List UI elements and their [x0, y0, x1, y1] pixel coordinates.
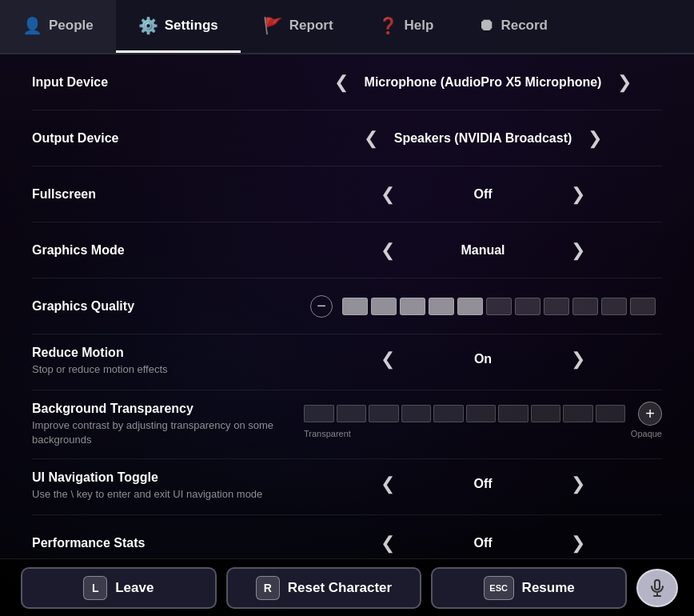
setting-control-reduce-motion: ❮On❯	[304, 346, 662, 373]
setting-label-graphics-mode: Graphics Mode	[32, 243, 304, 258]
setting-control-graphics-quality: −	[304, 295, 662, 318]
arrow-right-ui-navigation-toggle[interactable]: ❯	[564, 470, 592, 498]
plus-btn-background-transparency[interactable]: +	[638, 402, 662, 426]
seg-5[interactable]	[486, 298, 512, 315]
seg-7[interactable]	[544, 298, 569, 315]
setting-label-fullscreen: Fullscreen	[32, 187, 304, 202]
trans-seg-6[interactable]	[498, 405, 528, 422]
arrow-left-input-device[interactable]: ❮	[328, 69, 355, 96]
seg-10[interactable]	[630, 298, 656, 315]
setting-label-group-input-device: Input Device	[32, 75, 304, 90]
arrow-right-input-device[interactable]: ❯	[611, 69, 638, 96]
trans-seg-8[interactable]	[563, 405, 593, 422]
setting-control-ui-navigation-toggle: ❮Off❯	[304, 470, 662, 498]
arrow-right-performance-stats[interactable]: ❯	[564, 530, 592, 557]
setting-desc-background-transparency: Improve contrast by adjusting transparen…	[32, 418, 304, 447]
trans-seg-0[interactable]	[304, 405, 334, 422]
setting-label-group-graphics-mode: Graphics Mode	[32, 243, 304, 258]
transparency-top: +	[304, 402, 662, 426]
seg-0[interactable]	[342, 298, 368, 315]
nav-item-settings[interactable]: ⚙️ Settings	[116, 0, 241, 53]
setting-value-performance-stats: Off	[411, 536, 555, 550]
setting-label-group-performance-stats: Performance Stats	[32, 536, 304, 550]
setting-desc-ui-navigation-toggle: Use the \ key to enter and exit UI navig…	[32, 487, 304, 502]
leave-label: Leave	[115, 580, 154, 596]
resume-button[interactable]: ESC Resume	[431, 567, 627, 609]
arrow-left-ui-navigation-toggle[interactable]: ❮	[374, 470, 401, 498]
setting-value-reduce-motion: On	[411, 352, 555, 366]
setting-label-group-fullscreen: Fullscreen	[32, 187, 304, 202]
setting-value-input-device: Microphone (AudioPro X5 Microphone)	[365, 75, 602, 90]
arrow-left-graphics-mode[interactable]: ❮	[374, 237, 401, 264]
setting-row-background-transparency: Background TransparencyImprove contrast …	[32, 390, 662, 459]
setting-label-group-reduce-motion: Reduce MotionStop or reduce motion effec…	[32, 346, 304, 377]
transparency-bar	[304, 405, 625, 422]
setting-label-reduce-motion: Reduce Motion	[32, 346, 304, 360]
seg-1[interactable]	[371, 298, 397, 315]
seg-9[interactable]	[601, 298, 627, 315]
setting-row-graphics-mode: Graphics Mode❮Manual❯	[32, 222, 662, 278]
setting-value-fullscreen: Off	[411, 187, 555, 202]
setting-label-output-device: Output Device	[32, 131, 304, 146]
setting-value-ui-navigation-toggle: Off	[411, 477, 555, 491]
leave-button[interactable]: L Leave	[21, 567, 217, 609]
trans-seg-4[interactable]	[433, 405, 464, 422]
setting-label-background-transparency: Background Transparency	[32, 402, 304, 416]
help-icon: ❓	[378, 16, 398, 35]
trans-seg-7[interactable]	[531, 405, 561, 422]
seg-8[interactable]	[572, 298, 598, 315]
nav-label-people: People	[49, 18, 94, 34]
trans-seg-9[interactable]	[596, 405, 626, 422]
nav-item-report[interactable]: 🚩 Report	[241, 0, 356, 53]
arrow-right-fullscreen[interactable]: ❯	[564, 181, 592, 208]
setting-row-performance-stats: Performance Stats❮Off❯	[32, 515, 662, 558]
arrow-left-fullscreen[interactable]: ❮	[374, 181, 401, 208]
setting-control-performance-stats: ❮Off❯	[304, 530, 662, 557]
arrow-right-output-device[interactable]: ❯	[581, 125, 608, 152]
arrow-right-graphics-mode[interactable]: ❯	[564, 237, 592, 264]
setting-control-background-transparency: +TransparentOpaque	[304, 402, 662, 438]
setting-label-performance-stats: Performance Stats	[32, 536, 304, 550]
setting-label-group-output-device: Output Device	[32, 131, 304, 146]
setting-control-fullscreen: ❮Off❯	[304, 181, 662, 208]
settings-content: Input Device❮Microphone (AudioPro X5 Mic…	[0, 54, 694, 558]
setting-row-graphics-quality: Graphics Quality−	[32, 278, 662, 334]
setting-label-graphics-quality: Graphics Quality	[32, 299, 304, 314]
reset-label: Reset Character	[288, 580, 392, 596]
nav-item-help[interactable]: ❓ Help	[356, 0, 457, 53]
trans-seg-2[interactable]	[369, 405, 399, 422]
arrow-left-output-device[interactable]: ❮	[357, 125, 385, 152]
setting-label-group-ui-navigation-toggle: UI Navigation ToggleUse the \ key to ent…	[32, 470, 304, 502]
settings-icon: ⚙️	[138, 16, 158, 35]
setting-row-fullscreen: Fullscreen❮Off❯	[32, 166, 662, 222]
setting-label-group-background-transparency: Background TransparencyImprove contrast …	[32, 402, 304, 447]
seg-6[interactable]	[515, 298, 540, 315]
setting-label-ui-navigation-toggle: UI Navigation Toggle	[32, 470, 304, 485]
transparent-label: Transparent	[304, 429, 351, 438]
setting-control-graphics-mode: ❮Manual❯	[304, 237, 662, 264]
trans-seg-5[interactable]	[466, 405, 497, 422]
nav-label-help: Help	[405, 18, 434, 34]
seg-4[interactable]	[457, 298, 483, 315]
seg-2[interactable]	[400, 298, 425, 315]
arrow-right-reduce-motion[interactable]: ❯	[564, 346, 592, 373]
nav-item-people[interactable]: 👤 People	[0, 0, 116, 53]
nav-item-record[interactable]: ⏺ Record	[456, 0, 570, 53]
nav-label-record: Record	[501, 18, 548, 34]
reset-character-button[interactable]: R Reset Character	[226, 567, 422, 609]
nav-label-report: Report	[289, 18, 333, 34]
seg-3[interactable]	[429, 298, 454, 315]
resume-key-badge: ESC	[484, 576, 514, 600]
setting-value-graphics-mode: Manual	[411, 243, 555, 258]
trans-seg-3[interactable]	[401, 405, 432, 422]
arrow-left-performance-stats[interactable]: ❮	[374, 530, 401, 557]
leave-key-badge: L	[83, 576, 107, 600]
minus-btn-graphics-quality[interactable]: −	[310, 295, 333, 318]
resume-label: Resume	[522, 580, 575, 596]
arrow-left-reduce-motion[interactable]: ❮	[374, 346, 401, 373]
setting-desc-reduce-motion: Stop or reduce motion effects	[32, 362, 304, 377]
mic-icon	[648, 578, 667, 598]
microphone-button[interactable]	[636, 569, 678, 607]
trans-seg-1[interactable]	[337, 405, 367, 422]
setting-control-input-device: ❮Microphone (AudioPro X5 Microphone)❯	[304, 69, 662, 96]
